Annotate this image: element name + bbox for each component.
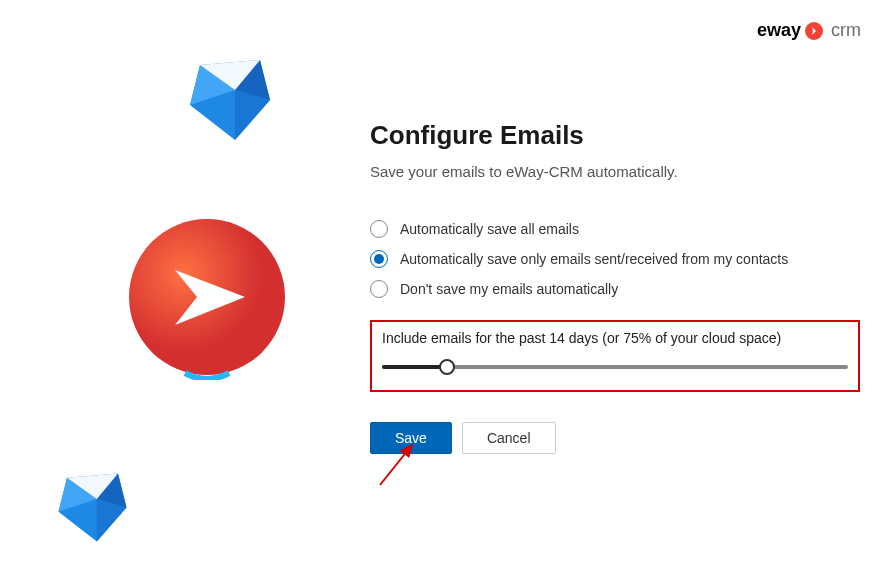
- option-label: Automatically save all emails: [400, 221, 579, 237]
- radio-icon: [370, 250, 388, 268]
- option-save-contacts[interactable]: Automatically save only emails sent/rece…: [370, 250, 860, 268]
- decorative-circle-icon: [125, 215, 290, 380]
- option-label: Automatically save only emails sent/rece…: [400, 251, 788, 267]
- option-dont-save[interactable]: Don't save my emails automatically: [370, 280, 860, 298]
- brand-text-crm: crm: [831, 20, 861, 41]
- slider-thumb[interactable]: [439, 359, 455, 375]
- option-label: Don't save my emails automatically: [400, 281, 618, 297]
- button-row: Save Cancel: [370, 422, 860, 454]
- main-panel: Configure Emails Save your emails to eWa…: [370, 120, 860, 454]
- cancel-button[interactable]: Cancel: [462, 422, 556, 454]
- slider-fill: [382, 365, 447, 369]
- page-title: Configure Emails: [370, 120, 860, 151]
- option-save-all[interactable]: Automatically save all emails: [370, 220, 860, 238]
- save-button[interactable]: Save: [370, 422, 452, 454]
- brand-logo: eway crm: [757, 20, 861, 41]
- slider-label: Include emails for the past 14 days (or …: [382, 330, 848, 346]
- brand-arrow-icon: [805, 22, 823, 40]
- decorative-gem-icon: [180, 50, 280, 150]
- history-slider[interactable]: [382, 358, 848, 376]
- decorative-gem-small-icon: [50, 465, 135, 550]
- radio-icon: [370, 280, 388, 298]
- email-save-options: Automatically save all emails Automatica…: [370, 220, 860, 298]
- slider-highlight-box: Include emails for the past 14 days (or …: [370, 320, 860, 392]
- brand-text-eway: eway: [757, 20, 801, 41]
- page-subtitle: Save your emails to eWay-CRM automatical…: [370, 163, 860, 180]
- radio-icon: [370, 220, 388, 238]
